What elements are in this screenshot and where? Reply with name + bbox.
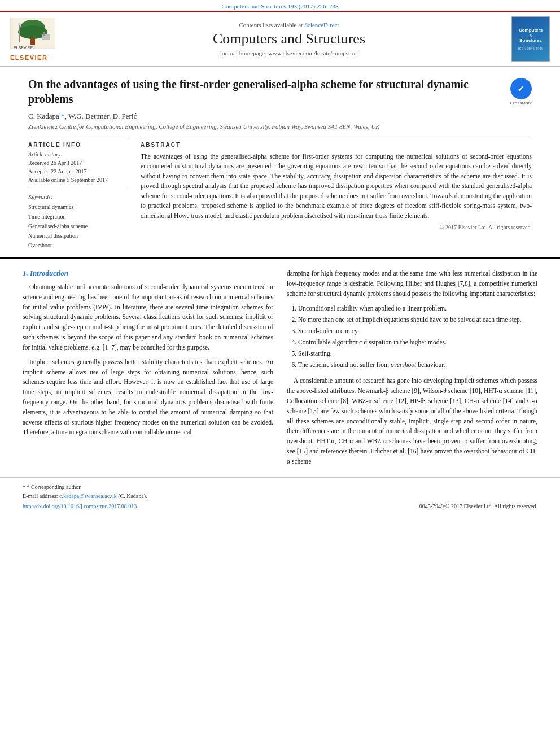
author1: C. Kadapa (28, 112, 61, 120)
keywords-label: Keywords: (28, 194, 127, 200)
svg-text:ELSEVIER: ELSEVIER (14, 46, 33, 50)
svg-rect-5 (18, 23, 21, 25)
section1-right-para1: damping for high-frequency modes and at … (287, 269, 537, 299)
doi-link[interactable]: http://dx.doi.org/10.1016/j.compstruc.20… (23, 503, 137, 509)
crossmark-badge[interactable]: ✓ CrossMark (510, 78, 532, 106)
copyright-line: © 2017 Elsevier Ltd. All rights reserved… (141, 224, 532, 230)
list-item-2: No more than one set of implicit equatio… (298, 314, 537, 325)
keyword-4: Numerical dissipation (28, 231, 127, 241)
elsevier-brand-name: ELSEVIER (10, 54, 72, 61)
section1-right-para2: A considerable amount of research has go… (287, 376, 537, 466)
elsevier-tree-icon: ELSEVIER (10, 18, 55, 51)
available-date: Available online 5 September 2017 (28, 176, 127, 184)
left-column: 1. Introduction Obtaining stable and acc… (23, 269, 273, 467)
journal-reference: Computers and Structures 193 (2017) 226–… (222, 3, 339, 10)
list-item-4: Controllable algorithmic dissipation in … (298, 337, 537, 348)
article-meta-row: ARTICLE INFO Article history: Received 2… (28, 138, 532, 250)
svg-rect-4 (19, 24, 20, 42)
email-line: E-mail address: c.kadapa@swansea.ac.uk (… (23, 492, 537, 501)
header-bar: ELSEVIER ELSEVIER Contents lists availab… (0, 11, 560, 67)
journal-homepage: journal homepage: www.elsevier.com/locat… (72, 50, 506, 56)
footer: * * Corresponding author. E-mail address… (0, 477, 560, 514)
section1-para2: Implicit schemes generally possess bette… (23, 357, 273, 438)
email-link[interactable]: c.kadapa@swansea.ac.uk (59, 493, 117, 499)
keyword-1: Structural dynamics (28, 202, 127, 212)
right-column: damping for high-frequency modes and at … (287, 269, 537, 467)
svg-rect-7 (43, 32, 45, 36)
info-divider (28, 189, 127, 189)
abstract-text: The advantages of using the generalised-… (141, 152, 532, 221)
history-label: Article history: (28, 151, 127, 158)
article-container: On the advantages of using the first-ord… (0, 67, 560, 257)
authors-line: C. Kadapa *, W.G. Dettmer, D. Perić (28, 112, 532, 121)
accepted-date: Accepted 22 August 2017 (28, 167, 127, 176)
list-item-6: The scheme should not suffer from oversh… (298, 360, 537, 370)
article-title: On the advantages of using the first-ord… (28, 77, 501, 106)
keyword-2: Time integration (28, 212, 127, 221)
abstract-panel: ABSTRACT The advantages of using the gen… (141, 138, 532, 250)
received-date: Received 26 April 2017 (28, 159, 127, 167)
keyword-3: Generalised-alpha scheme (28, 221, 127, 231)
contents-line: Contents lists available at ScienceDirec… (72, 21, 506, 28)
email-label: E-mail address: (23, 493, 58, 499)
article-info-title: ARTICLE INFO (28, 142, 127, 148)
svg-rect-3 (30, 37, 35, 45)
abstract-title: ABSTRACT (141, 142, 532, 148)
issn-line: 0045-7949/© 2017 Elsevier Ltd. All right… (419, 503, 537, 509)
footnote-star-line: * * Corresponding author. (23, 483, 537, 492)
list-item-3: Second-order accuracy. (298, 326, 537, 337)
list-item-5: Self-starting. (298, 348, 537, 359)
keyword-5: Overshoot (28, 241, 127, 250)
corresponding-author-label: * Corresponding author. (27, 484, 82, 490)
article-info-panel: ARTICLE INFO Article history: Received 2… (28, 138, 127, 250)
email-suffix: (C. Kadapa). (118, 493, 147, 499)
elsevier-logo-section: ELSEVIER ELSEVIER (10, 18, 72, 61)
footnote-rule (23, 480, 90, 480)
characteristics-list: Unconditional stability when applied to … (298, 303, 537, 370)
affiliation: Zienkiewicz Centre for Computational Eng… (28, 123, 532, 130)
author-comma: , W.G. Dettmer, D. Perić (65, 112, 137, 120)
section1-para1: Obtaining stable and accurate solutions … (23, 282, 273, 353)
main-content: 1. Introduction Obtaining stable and acc… (0, 257, 560, 477)
footer-bottom: http://dx.doi.org/10.1016/j.compstruc.20… (23, 503, 537, 509)
section1-heading: 1. Introduction (23, 269, 273, 278)
footnote-star-symbol: * (23, 484, 27, 490)
keywords-list: Structural dynamics Time integration Gen… (28, 202, 127, 250)
journal-title-header: Computers and Structures (72, 30, 506, 47)
sciencedirect-link[interactable]: ScienceDirect (304, 21, 339, 28)
journal-cover: Computers & Structures ISSN 0045-7949 (511, 16, 550, 62)
header-center: Contents lists available at ScienceDirec… (72, 21, 506, 56)
header-top: Computers and Structures 193 (2017) 226–… (0, 0, 560, 11)
list-item-1: Unconditional stability when applied to … (298, 303, 537, 314)
